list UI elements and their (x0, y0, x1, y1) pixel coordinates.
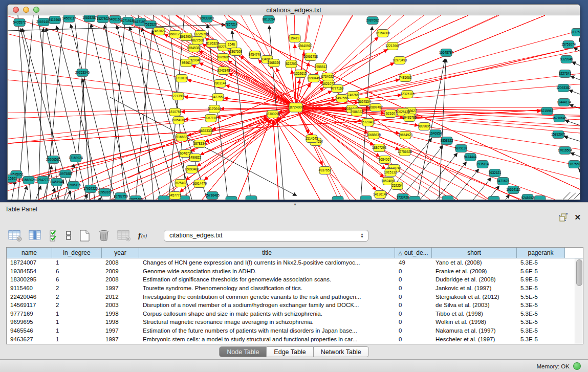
graph-node[interactable] (158, 196, 169, 200)
function-builder-button[interactable]: f(x) (138, 230, 151, 241)
table-cell: 0 (395, 285, 432, 291)
zoom-window-icon[interactable] (33, 7, 39, 13)
table-scrollbar-thumb[interactable] (576, 259, 582, 286)
graph-node[interactable] (226, 196, 237, 200)
graph-node-label: 16033803 (200, 16, 214, 20)
table-cell: Tourette syndrome. Phenomenology and cla… (139, 285, 395, 291)
graph-node-label: 9684067 (379, 158, 391, 161)
import-table-button[interactable] (117, 230, 131, 242)
table-row[interactable]: 969969511998Structural magnetic resonanc… (7, 318, 575, 326)
table-row[interactable]: 911546021997Tourette syndrome. Phenomeno… (7, 284, 575, 293)
table-cell: 9777169 (7, 311, 52, 317)
graph-node-label: 16210645 (552, 116, 567, 120)
graph-node-label: 1167550 (568, 162, 580, 166)
graph-node-label: 7955812 (315, 65, 328, 69)
table-row[interactable]: 1938455462009Genome-wide association stu… (7, 267, 575, 276)
table-cell: 2009 (102, 268, 139, 274)
tab-network-table[interactable]: Network Table (314, 346, 369, 357)
graph-node-label: 19654923 (398, 133, 413, 137)
graph-node-label: 16154808 (376, 31, 390, 35)
table-cell: Hescheler et al. (1997) (432, 336, 517, 342)
table-row[interactable]: 946554611997Estimation of the future num… (7, 326, 575, 335)
network-window-titlebar[interactable]: citations_edges.txt (8, 5, 580, 15)
table-row[interactable]: 977716911998Corpus callosum shape and si… (7, 310, 575, 318)
table-cell: 5.3E-5 (517, 319, 565, 325)
close-window-icon[interactable] (13, 7, 19, 13)
table-cell: Yano et al. (2008) (432, 259, 517, 266)
delete-table-button[interactable] (98, 229, 111, 242)
graph-node-label: 1810755 (169, 110, 182, 114)
graph-node[interactable] (360, 196, 372, 200)
tab-edge-table[interactable]: Edge Table (267, 346, 313, 357)
graph-edge (191, 40, 296, 107)
column-header-label: short (467, 249, 481, 256)
column-header-short[interactable]: short (432, 248, 517, 258)
table-row[interactable]: 1456911722003Disruption of a novel membe… (7, 301, 575, 310)
column-header-pagerank[interactable]: pagerank (517, 248, 565, 258)
table-cell: 1 (52, 259, 102, 266)
new-document-button[interactable] (78, 229, 91, 242)
row-selection-button[interactable] (49, 229, 59, 242)
table-cell: 18724007 (7, 259, 52, 266)
graph-node-label: 1640954 (429, 132, 442, 135)
graph-node-label: 10653287 (82, 16, 97, 19)
graph-node[interactable] (442, 196, 453, 200)
graph-node[interactable] (488, 196, 499, 200)
tab-node-table[interactable]: Node Table (219, 346, 267, 357)
column-header-year[interactable]: year (102, 248, 139, 258)
graph-node[interactable] (332, 196, 343, 200)
graph-node-label: 8454749 (249, 53, 262, 56)
table-row[interactable]: 946362711997Embryonic stem cells: a mode… (7, 335, 575, 343)
table-scrollbar[interactable] (575, 258, 583, 344)
new-document-icon (78, 229, 91, 242)
table-cell: 2003 (102, 302, 139, 308)
column-header-out_de[interactable]: △out_de... (395, 248, 432, 258)
table-cell: 5.3E-5 (517, 336, 565, 342)
graph-node[interactable] (534, 196, 546, 200)
graph-node-label: 12213967 (385, 44, 400, 48)
table-cell: 5.5E-5 (517, 294, 565, 300)
graph-svg[interactable]: 5405572206914069115460145691171065328715… (8, 15, 580, 200)
column-header-label: pagerank (528, 249, 553, 256)
table-row[interactable]: 2242004622012Investigating the contribut… (7, 292, 575, 301)
graph-node-label: 9899695 (418, 124, 431, 128)
table-cell: 1 (52, 336, 102, 342)
graph-edge (100, 198, 101, 200)
table-cell: 9465546 (7, 327, 52, 334)
table-cell: Corpus callosum shape and size in male p… (139, 311, 395, 317)
graph-node-label: 14136141 (373, 192, 388, 196)
network-table-selector[interactable]: citations_edges.txt ▲▼ (164, 230, 368, 242)
graph-node-label: 18807293 (372, 146, 387, 149)
table-options-button[interactable] (8, 230, 22, 242)
column-header-in_degree[interactable]: in_degree (52, 248, 102, 258)
table-row[interactable]: 1872400712008Changes of HCN gene express… (7, 258, 575, 267)
network-desktop: citations_edges.txt 54055722069140691154… (0, 0, 588, 202)
column-header-name[interactable]: name (7, 248, 52, 258)
graph-node-label: 13226058 (193, 32, 208, 36)
graph-node-label: 12213983 (171, 94, 186, 98)
graph-node-label: 9227341 (559, 72, 572, 75)
graph-edge (574, 48, 580, 51)
graph-edge (565, 120, 580, 125)
table-cell: 0 (395, 336, 432, 342)
minimize-window-icon[interactable] (23, 7, 29, 13)
graph-node[interactable] (409, 196, 420, 200)
graph-edge (104, 25, 146, 200)
float-window-icon[interactable] (559, 213, 568, 222)
column-header-label: title (262, 249, 272, 256)
panel-splitter-handle[interactable]: ▾ (294, 202, 296, 207)
graph-edge (564, 137, 580, 141)
stacked-rows-icon (66, 229, 72, 242)
graph-node-label: 12505115 (67, 183, 81, 187)
network-view[interactable]: 5405572206914069115460145691171065328715… (8, 15, 580, 200)
table-cell: Jankovic et al. (1997) (432, 285, 517, 291)
graph-node-label: 1546 (228, 42, 235, 46)
table-row[interactable]: 1830029562008Estimation of significance … (7, 275, 575, 284)
stacked-rows-button[interactable] (66, 229, 72, 242)
table-cell: 1997 (102, 336, 139, 342)
column-header-title[interactable]: title (139, 248, 395, 258)
column-visibility-button[interactable] (29, 230, 42, 242)
graph-node[interactable] (246, 196, 257, 200)
table-header-row[interactable]: namein_degreeyeartitle△out_de...shortpag… (7, 248, 583, 258)
table-cell: Nakamura et al. (1997) (432, 327, 517, 334)
